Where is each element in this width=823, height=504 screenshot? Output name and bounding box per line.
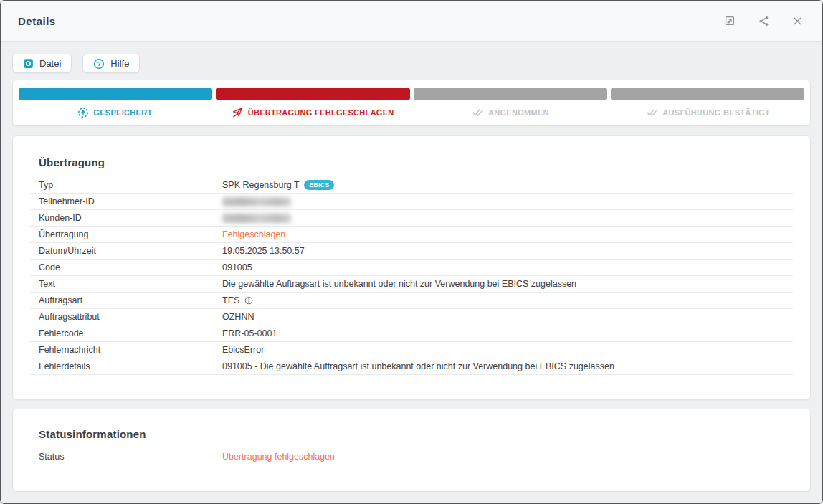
progress-bar-segment (216, 88, 409, 100)
progress-bar-segment (414, 88, 607, 100)
progress-bar-segment (19, 88, 212, 100)
status-section-title: Statusinformationen (30, 428, 793, 440)
help-button[interactable]: ? Hilfe (82, 54, 140, 73)
row-value-text: OZHNN (222, 312, 254, 322)
row-value: TES (222, 295, 793, 305)
table-row: TextDie gewählte Auftragsart ist unbekan… (30, 276, 793, 293)
progress-step-text: ANGENOMMEN (488, 108, 549, 117)
table-row: Fehlerdetails091005 - Die gewählte Auftr… (30, 358, 793, 375)
row-value: Die gewählte Auftragsart ist unbekannt o… (222, 279, 793, 289)
transfer-table: TypSPK Regensburg TEBICSTeilnehmer-IDKun… (30, 177, 793, 375)
status-progress-card: GESPEICHERTÜBERTRAGUNG FEHLGESCHLAGENANG… (12, 80, 811, 126)
row-value-text: 091005 - Die gewählte Auftragsart ist un… (222, 361, 614, 371)
row-value: 091005 - Die gewählte Auftragsart ist un… (222, 361, 793, 371)
file-icon (23, 58, 34, 69)
row-label: Fehlerdetails (30, 361, 222, 371)
table-row: AuftragsartTES (30, 293, 793, 309)
open-in-popup-icon (724, 15, 736, 27)
row-label: Übertragung (30, 229, 222, 239)
table-row: Datum/Uhrzeit19.05.2025 13:50:57 (30, 243, 793, 260)
progress-step-text: ÜBERTRAGUNG FEHLGESCHLAGEN (248, 108, 394, 117)
row-value: 19.05.2025 13:50:57 (222, 246, 793, 256)
double-check-icon (472, 106, 484, 118)
share-button[interactable] (757, 14, 770, 27)
dialog-header: Details (1, 1, 822, 42)
status-info-card: Statusinformationen StatusÜbertragung fe… (12, 409, 811, 492)
row-value: SPK Regensburg TEBICS (222, 180, 793, 190)
share-icon (758, 15, 770, 27)
progress-bar-segment (611, 88, 804, 100)
table-row: Kunden-ID (30, 210, 793, 227)
saved-icon (77, 107, 89, 118)
progress-step-label: ÜBERTRAGUNG FEHLGESCHLAGEN (216, 106, 410, 118)
double-check-icon (646, 106, 658, 118)
row-value (222, 197, 793, 206)
table-row: FehlercodeERR-05-0001 (30, 325, 793, 342)
file-button[interactable]: Datei (12, 54, 72, 73)
row-value: ERR-05-0001 (222, 328, 793, 338)
svg-text:?: ? (97, 60, 101, 67)
row-label: Auftragsart (30, 295, 222, 305)
send-failed-icon (232, 106, 244, 118)
info-icon[interactable] (244, 296, 253, 305)
progress-step-text: GESPEICHERT (93, 108, 152, 117)
row-label: Datum/Uhrzeit (30, 246, 222, 256)
header-actions (723, 14, 804, 27)
row-value-text: TES (222, 295, 239, 305)
redacted-value (222, 214, 291, 223)
table-row: TypSPK Regensburg TEBICS (30, 177, 793, 194)
row-value: 091005 (222, 262, 793, 272)
row-value-text: 19.05.2025 13:50:57 (222, 246, 305, 256)
row-label: Kunden-ID (30, 213, 222, 223)
table-row: Teilnehmer-ID (30, 194, 793, 210)
progress-step-label: AUSFÜHRUNG BESTÄTIGT (611, 106, 805, 118)
row-value: EbicsError (222, 345, 793, 355)
row-label: Text (30, 279, 222, 289)
row-value (222, 214, 793, 223)
row-label: Teilnehmer-ID (30, 196, 222, 206)
row-label: Typ (30, 180, 222, 190)
progress-step-label: ANGENOMMEN (414, 106, 608, 118)
transfer-details-card: Übertragung TypSPK Regensburg TEBICSTeil… (12, 135, 811, 400)
row-label: Status (30, 452, 222, 462)
progress-step-label: GESPEICHERT (18, 106, 212, 118)
table-row: Code091005 (30, 260, 793, 276)
progress-bars (18, 88, 805, 100)
help-button-label: Hilfe (110, 58, 129, 69)
table-row: ÜbertragungFehlgeschlagen (30, 227, 793, 243)
file-button-label: Datei (39, 58, 61, 69)
row-value: Übertragung fehlgeschlagen (222, 452, 793, 462)
row-value: OZHNN (222, 312, 793, 322)
row-value-text: ERR-05-0001 (222, 328, 277, 338)
row-value-text: Übertragung fehlgeschlagen (222, 452, 335, 462)
row-value-text: SPK Regensburg T (222, 180, 299, 190)
row-value: Fehlgeschlagen (222, 229, 793, 239)
table-row: StatusÜbertragung fehlgeschlagen (30, 449, 793, 465)
open-in-popup-button[interactable] (723, 14, 736, 27)
table-row: AuftragsattributOZHNN (30, 309, 793, 325)
redacted-value (222, 197, 291, 206)
progress-step-text: AUSFÜHRUNG BESTÄTIGT (662, 108, 770, 117)
table-row: FehlernachrichtEbicsError (30, 342, 793, 358)
row-label: Code (30, 262, 222, 272)
row-label: Fehlercode (30, 328, 222, 338)
toolbar-divider (77, 57, 77, 71)
progress-step-labels: GESPEICHERTÜBERTRAGUNG FEHLGESCHLAGENANG… (18, 106, 805, 118)
status-table: StatusÜbertragung fehlgeschlagen (30, 449, 793, 465)
row-value-text: Fehlgeschlagen (222, 229, 285, 239)
help-icon: ? (93, 58, 105, 70)
row-value-text: EbicsError (222, 345, 264, 355)
row-value-text: 091005 (222, 262, 252, 272)
close-icon (792, 16, 803, 27)
ebics-badge: EBICS (304, 180, 334, 190)
row-label: Fehlernachricht (30, 345, 222, 355)
row-label: Auftragsattribut (30, 312, 222, 322)
row-value-text: Die gewählte Auftragsart ist unbekannt o… (222, 279, 576, 289)
toolbar: Datei ? Hilfe (12, 54, 811, 73)
page-title: Details (18, 15, 56, 27)
details-dialog: Details Datei (0, 0, 823, 504)
transfer-section-title: Übertragung (30, 156, 793, 168)
close-button[interactable] (791, 14, 804, 27)
